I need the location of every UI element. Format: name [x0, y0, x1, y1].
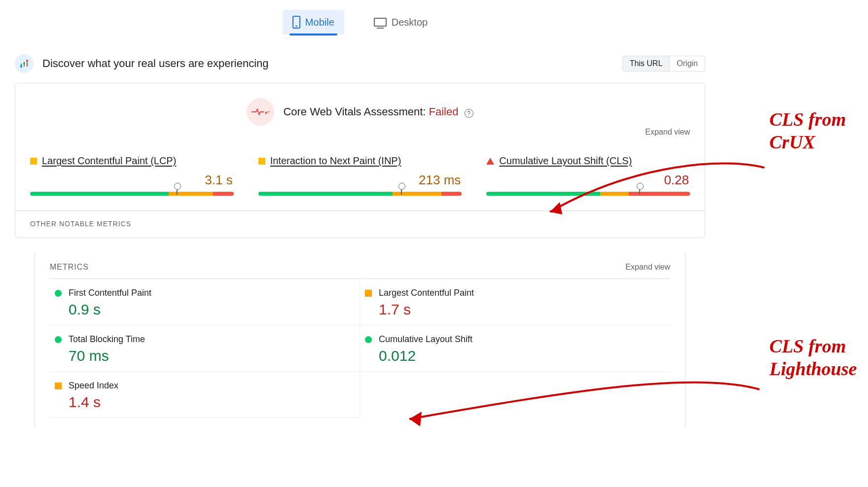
- svg-rect-4: [24, 62, 25, 67]
- arrow-crux-icon: [538, 153, 769, 227]
- svg-point-6: [268, 111, 269, 113]
- vital-bar: [30, 192, 234, 196]
- assessment-status: Failed: [429, 105, 459, 118]
- assessment-label: Core Web Vitals Assessment: Failed ?: [283, 105, 473, 118]
- square-icon: [258, 158, 265, 165]
- status-dot-icon: [365, 336, 372, 343]
- metric-value: 1.7 s: [379, 301, 665, 318]
- svg-rect-3: [21, 64, 22, 67]
- annotation-crux: CLS fromCrUX: [769, 108, 846, 153]
- metric-value: 0.9 s: [69, 301, 355, 318]
- metric-name: Total Blocking Time: [69, 334, 145, 345]
- triangle-icon: [486, 158, 494, 165]
- page-title: Discover what your real users are experi…: [42, 57, 622, 70]
- metric-name: First Contentful Paint: [69, 288, 151, 298]
- square-icon: [30, 158, 37, 165]
- pulse-icon: [247, 98, 274, 126]
- scope-this-url-button[interactable]: This URL: [623, 56, 670, 71]
- metric-value: 0.012: [379, 348, 665, 364]
- metric-cell-0: First Contentful Paint 0.9 s: [50, 279, 360, 325]
- status-dot-icon: [365, 290, 372, 297]
- metric-value: 70 ms: [69, 348, 355, 364]
- scope-segmented-control: This URL Origin: [622, 56, 705, 71]
- vital-value: 3.1 s: [30, 173, 233, 188]
- vital-1: Interaction to Next Paint (INP) 213 ms: [258, 155, 462, 196]
- metrics-title: METRICS: [50, 263, 625, 272]
- scope-origin-button[interactable]: Origin: [669, 56, 705, 71]
- tab-desktop-label: Desktop: [392, 17, 428, 28]
- arrow-lighthouse-icon: [395, 365, 764, 453]
- vital-name[interactable]: Largest Contentful Paint (LCP): [42, 155, 176, 167]
- metric-value: 1.4 s: [69, 394, 355, 411]
- annotation-lighthouse: CLS fromLighthouse: [769, 335, 857, 380]
- marker-icon: [177, 187, 178, 195]
- tab-desktop[interactable]: Desktop: [364, 10, 437, 35]
- vital-value: 213 ms: [258, 173, 461, 188]
- svg-rect-5: [27, 60, 28, 67]
- expand-vitals-button[interactable]: Expand view: [645, 128, 690, 137]
- vital-name[interactable]: Interaction to Next Paint (INP): [270, 155, 401, 167]
- expand-metrics-button[interactable]: Expand view: [625, 263, 670, 272]
- mobile-icon: [292, 16, 300, 29]
- assessment-row: Core Web Vitals Assessment: Failed ?: [30, 98, 690, 126]
- metric-cell-1: Largest Contentful Paint 1.7 s: [360, 279, 670, 325]
- marker-icon: [401, 187, 402, 195]
- desktop-icon: [374, 18, 387, 27]
- header-row: Discover what your real users are experi…: [0, 54, 720, 83]
- device-tabs: Mobile Desktop: [0, 10, 720, 35]
- tab-mobile[interactable]: Mobile: [283, 10, 344, 35]
- metric-cell-4: Speed Index 1.4 s: [50, 372, 360, 418]
- metric-cell-2: Total Blocking Time 70 ms: [50, 325, 360, 372]
- assessment-prefix: Core Web Vitals Assessment:: [283, 105, 429, 118]
- metric-name: Speed Index: [69, 381, 118, 391]
- insights-icon: [15, 54, 34, 73]
- metric-name: Largest Contentful Paint: [379, 288, 474, 298]
- status-dot-icon: [55, 383, 62, 389]
- tab-mobile-label: Mobile: [305, 17, 334, 28]
- vital-0: Largest Contentful Paint (LCP) 3.1 s: [30, 155, 234, 196]
- status-dot-icon: [55, 336, 62, 343]
- status-dot-icon: [55, 290, 62, 297]
- metric-name: Cumulative Layout Shift: [379, 334, 472, 345]
- help-icon[interactable]: ?: [465, 109, 473, 118]
- vital-bar: [258, 192, 462, 196]
